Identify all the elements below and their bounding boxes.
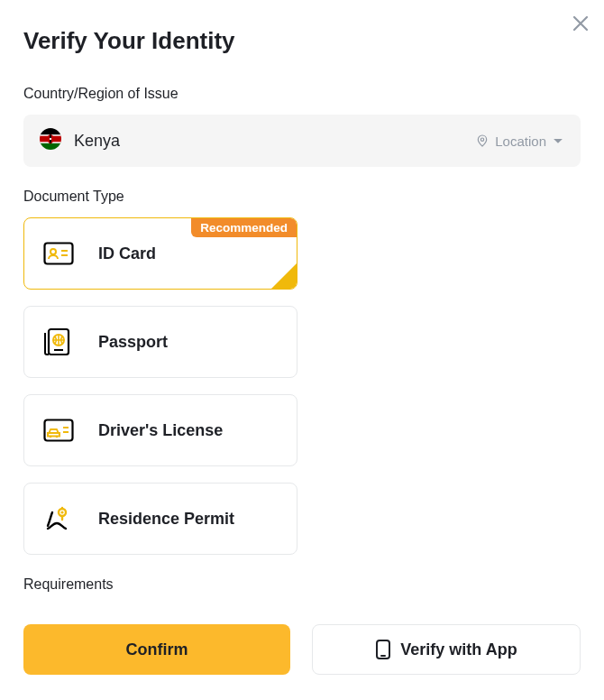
country-picker[interactable]: Kenya Location xyxy=(23,115,581,167)
svg-point-24 xyxy=(60,511,63,513)
close-button[interactable] xyxy=(568,11,593,36)
location-hint-text: Location xyxy=(495,134,546,149)
country-section-label: Country/Region of Issue xyxy=(23,86,581,102)
verify-with-app-label: Verify with App xyxy=(400,640,517,659)
doc-label: Driver's License xyxy=(98,421,223,440)
doc-label: Passport xyxy=(98,333,168,352)
verify-with-app-button[interactable]: Verify with App xyxy=(312,624,581,675)
location-hint: Location xyxy=(475,134,564,149)
doc-option-residence-permit[interactable]: Residence Permit xyxy=(23,483,297,555)
svg-point-20 xyxy=(56,436,59,438)
drivers-license-icon xyxy=(42,419,75,442)
requirements-section-label: Requirements xyxy=(23,576,581,593)
doc-label: Residence Permit xyxy=(98,510,234,529)
phone-icon xyxy=(375,639,391,660)
recommended-badge: Recommended xyxy=(191,218,297,237)
doc-option-id-card[interactable]: Recommended ID Card xyxy=(23,217,297,290)
svg-point-8 xyxy=(50,138,51,140)
svg-point-19 xyxy=(50,436,52,438)
chevron-down-icon xyxy=(552,134,564,147)
verify-identity-modal: Verify Your Identity Country/Region of I… xyxy=(0,0,604,700)
country-selected-name: Kenya xyxy=(74,132,462,151)
passport-icon xyxy=(42,327,75,357)
confirm-button-label: Confirm xyxy=(126,640,188,659)
modal-footer: Confirm Verify with App xyxy=(0,604,604,700)
flag-kenya-icon xyxy=(40,128,61,153)
svg-rect-17 xyxy=(45,420,73,441)
svg-rect-18 xyxy=(48,433,59,437)
location-pin-icon xyxy=(475,134,490,148)
svg-point-11 xyxy=(50,249,56,254)
selected-corner xyxy=(271,263,297,289)
id-card-icon xyxy=(42,242,75,265)
doc-option-drivers-license[interactable]: Driver's License xyxy=(23,394,297,466)
confirm-button[interactable]: Confirm xyxy=(23,624,290,675)
doc-option-passport[interactable]: Passport xyxy=(23,306,297,378)
residence-permit-icon xyxy=(42,503,75,534)
svg-rect-10 xyxy=(45,244,73,264)
document-type-list: Recommended ID Card xyxy=(23,217,581,555)
document-section-label: Document Type xyxy=(23,189,581,205)
svg-point-9 xyxy=(481,138,484,141)
doc-label: ID Card xyxy=(98,244,156,263)
modal-title: Verify Your Identity xyxy=(0,0,604,64)
modal-body-scroll[interactable]: Country/Region of Issue xyxy=(0,64,604,604)
close-icon xyxy=(572,14,590,32)
